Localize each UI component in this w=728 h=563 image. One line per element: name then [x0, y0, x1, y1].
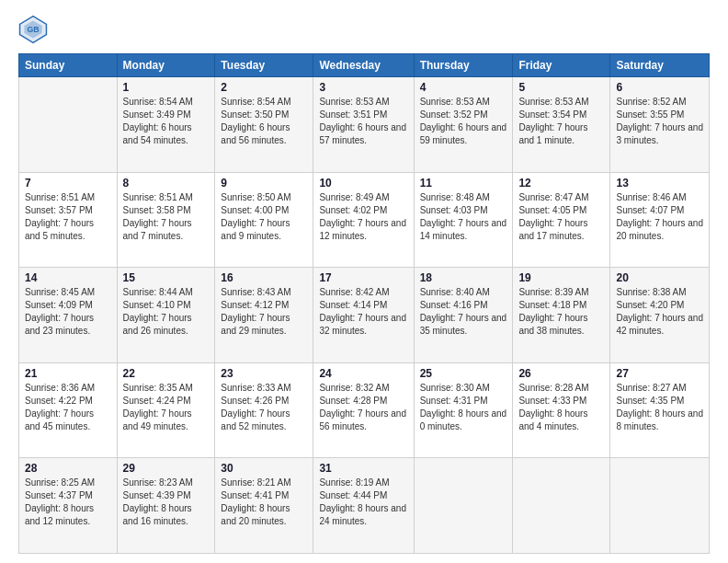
- calendar-cell: 8Sunrise: 8:51 AMSunset: 3:58 PMDaylight…: [117, 172, 215, 268]
- calendar-cell: 17Sunrise: 8:42 AMSunset: 4:14 PMDayligh…: [313, 268, 414, 363]
- calendar-cell: [414, 458, 513, 554]
- day-info: Sunrise: 8:48 AMSunset: 4:03 PMDaylight:…: [420, 191, 507, 243]
- day-number: 25: [420, 367, 507, 380]
- day-number: 11: [420, 177, 507, 190]
- header-day-monday: Monday: [117, 54, 215, 77]
- day-number: 19: [518, 271, 604, 284]
- calendar-cell: 7Sunrise: 8:51 AMSunset: 3:57 PMDaylight…: [19, 172, 118, 268]
- day-info: Sunrise: 8:42 AMSunset: 4:14 PMDaylight:…: [319, 286, 407, 338]
- day-number: 5: [518, 81, 604, 94]
- day-number: 3: [319, 81, 407, 94]
- day-info: Sunrise: 8:51 AMSunset: 3:58 PMDaylight:…: [123, 191, 210, 243]
- week-row-3: 14Sunrise: 8:45 AMSunset: 4:09 PMDayligh…: [19, 268, 710, 363]
- calendar-cell: 28Sunrise: 8:25 AMSunset: 4:37 PMDayligh…: [19, 458, 118, 554]
- calendar-cell: 12Sunrise: 8:47 AMSunset: 4:05 PMDayligh…: [513, 172, 610, 268]
- svg-text:GB: GB: [27, 25, 39, 34]
- day-info: Sunrise: 8:25 AMSunset: 4:37 PMDaylight:…: [25, 477, 111, 528]
- day-info: Sunrise: 8:47 AMSunset: 4:05 PMDaylight:…: [518, 191, 604, 243]
- calendar-cell: 2Sunrise: 8:54 AMSunset: 3:50 PMDaylight…: [215, 77, 313, 173]
- calendar-cell: 15Sunrise: 8:44 AMSunset: 4:10 PMDayligh…: [117, 268, 215, 363]
- calendar-cell: 3Sunrise: 8:53 AMSunset: 3:51 PMDaylight…: [313, 77, 414, 173]
- day-number: 8: [123, 177, 210, 190]
- day-number: 22: [123, 367, 210, 380]
- calendar-cell: 19Sunrise: 8:39 AMSunset: 4:18 PMDayligh…: [513, 268, 610, 363]
- header-day-sunday: Sunday: [19, 54, 118, 77]
- calendar-cell: 31Sunrise: 8:19 AMSunset: 4:44 PMDayligh…: [313, 458, 414, 554]
- day-info: Sunrise: 8:33 AMSunset: 4:26 PMDaylight:…: [221, 382, 307, 433]
- day-info: Sunrise: 8:39 AMSunset: 4:18 PMDaylight:…: [518, 286, 604, 338]
- day-info: Sunrise: 8:51 AMSunset: 3:57 PMDaylight:…: [25, 191, 111, 243]
- day-number: 21: [25, 367, 111, 380]
- day-number: 13: [616, 177, 703, 190]
- day-info: Sunrise: 8:32 AMSunset: 4:28 PMDaylight:…: [319, 382, 407, 433]
- day-number: 6: [616, 81, 703, 94]
- day-number: 16: [221, 271, 307, 284]
- header-day-wednesday: Wednesday: [313, 54, 414, 77]
- day-info: Sunrise: 8:19 AMSunset: 4:44 PMDaylight:…: [319, 477, 407, 528]
- day-info: Sunrise: 8:54 AMSunset: 3:49 PMDaylight:…: [123, 96, 210, 147]
- day-number: 30: [221, 462, 307, 475]
- day-info: Sunrise: 8:46 AMSunset: 4:07 PMDaylight:…: [616, 191, 703, 243]
- day-number: 31: [319, 462, 407, 475]
- week-row-4: 21Sunrise: 8:36 AMSunset: 4:22 PMDayligh…: [19, 362, 710, 458]
- calendar-cell: 11Sunrise: 8:48 AMSunset: 4:03 PMDayligh…: [414, 172, 513, 268]
- header-day-saturday: Saturday: [610, 54, 710, 77]
- day-number: 18: [420, 271, 507, 284]
- day-info: Sunrise: 8:53 AMSunset: 3:52 PMDaylight:…: [420, 96, 507, 147]
- calendar-cell: 13Sunrise: 8:46 AMSunset: 4:07 PMDayligh…: [610, 172, 710, 268]
- calendar-cell: [19, 77, 118, 173]
- day-info: Sunrise: 8:45 AMSunset: 4:09 PMDaylight:…: [25, 286, 111, 338]
- day-number: 24: [319, 367, 407, 380]
- day-info: Sunrise: 8:52 AMSunset: 3:55 PMDaylight:…: [616, 96, 703, 147]
- calendar-cell: 29Sunrise: 8:23 AMSunset: 4:39 PMDayligh…: [117, 458, 215, 554]
- calendar-table: SundayMondayTuesdayWednesdayThursdayFrid…: [18, 53, 710, 554]
- day-info: Sunrise: 8:50 AMSunset: 4:00 PMDaylight:…: [221, 191, 307, 243]
- calendar-cell: 27Sunrise: 8:27 AMSunset: 4:35 PMDayligh…: [610, 362, 710, 458]
- calendar-cell: 16Sunrise: 8:43 AMSunset: 4:12 PMDayligh…: [215, 268, 313, 363]
- calendar-cell: 21Sunrise: 8:36 AMSunset: 4:22 PMDayligh…: [19, 362, 118, 458]
- day-number: 29: [123, 462, 210, 475]
- calendar-cell: 1Sunrise: 8:54 AMSunset: 3:49 PMDaylight…: [117, 77, 215, 173]
- page: GB SundayMondayTuesdayWednesdayThursdayF…: [0, 0, 728, 563]
- day-info: Sunrise: 8:23 AMSunset: 4:39 PMDaylight:…: [123, 477, 210, 528]
- day-number: 15: [123, 271, 210, 284]
- week-row-2: 7Sunrise: 8:51 AMSunset: 3:57 PMDaylight…: [19, 172, 710, 268]
- day-info: Sunrise: 8:44 AMSunset: 4:10 PMDaylight:…: [123, 286, 210, 338]
- day-number: 9: [221, 177, 307, 190]
- day-info: Sunrise: 8:49 AMSunset: 4:02 PMDaylight:…: [319, 191, 407, 243]
- calendar-cell: 18Sunrise: 8:40 AMSunset: 4:16 PMDayligh…: [414, 268, 513, 363]
- day-info: Sunrise: 8:53 AMSunset: 3:54 PMDaylight:…: [518, 96, 604, 147]
- day-number: 14: [25, 271, 111, 284]
- day-info: Sunrise: 8:30 AMSunset: 4:31 PMDaylight:…: [420, 382, 507, 433]
- day-number: 28: [25, 462, 111, 475]
- header: GB: [18, 15, 710, 44]
- calendar-header: SundayMondayTuesdayWednesdayThursdayFrid…: [19, 54, 710, 77]
- day-info: Sunrise: 8:54 AMSunset: 3:50 PMDaylight:…: [221, 96, 307, 147]
- day-number: 7: [25, 177, 111, 190]
- day-number: 12: [518, 177, 604, 190]
- week-row-5: 28Sunrise: 8:25 AMSunset: 4:37 PMDayligh…: [19, 458, 710, 554]
- calendar-cell: 23Sunrise: 8:33 AMSunset: 4:26 PMDayligh…: [215, 362, 313, 458]
- header-row: SundayMondayTuesdayWednesdayThursdayFrid…: [19, 54, 710, 77]
- day-number: 4: [420, 81, 507, 94]
- header-day-thursday: Thursday: [414, 54, 513, 77]
- day-info: Sunrise: 8:38 AMSunset: 4:20 PMDaylight:…: [616, 286, 703, 338]
- calendar-cell: [610, 458, 710, 554]
- calendar-body: 1Sunrise: 8:54 AMSunset: 3:49 PMDaylight…: [19, 77, 710, 554]
- day-info: Sunrise: 8:35 AMSunset: 4:24 PMDaylight:…: [123, 382, 210, 433]
- day-number: 27: [616, 367, 703, 380]
- day-info: Sunrise: 8:53 AMSunset: 3:51 PMDaylight:…: [319, 96, 407, 147]
- day-number: 26: [518, 367, 604, 380]
- header-day-tuesday: Tuesday: [215, 54, 313, 77]
- day-number: 1: [123, 81, 210, 94]
- day-info: Sunrise: 8:21 AMSunset: 4:41 PMDaylight:…: [221, 477, 307, 528]
- day-number: 2: [221, 81, 307, 94]
- calendar-cell: 26Sunrise: 8:28 AMSunset: 4:33 PMDayligh…: [513, 362, 610, 458]
- calendar-cell: 5Sunrise: 8:53 AMSunset: 3:54 PMDaylight…: [513, 77, 610, 173]
- day-number: 10: [319, 177, 407, 190]
- day-info: Sunrise: 8:36 AMSunset: 4:22 PMDaylight:…: [25, 382, 111, 433]
- day-info: Sunrise: 8:43 AMSunset: 4:12 PMDaylight:…: [221, 286, 307, 338]
- week-row-1: 1Sunrise: 8:54 AMSunset: 3:49 PMDaylight…: [19, 77, 710, 173]
- calendar-cell: 4Sunrise: 8:53 AMSunset: 3:52 PMDaylight…: [414, 77, 513, 173]
- calendar-cell: 20Sunrise: 8:38 AMSunset: 4:20 PMDayligh…: [610, 268, 710, 363]
